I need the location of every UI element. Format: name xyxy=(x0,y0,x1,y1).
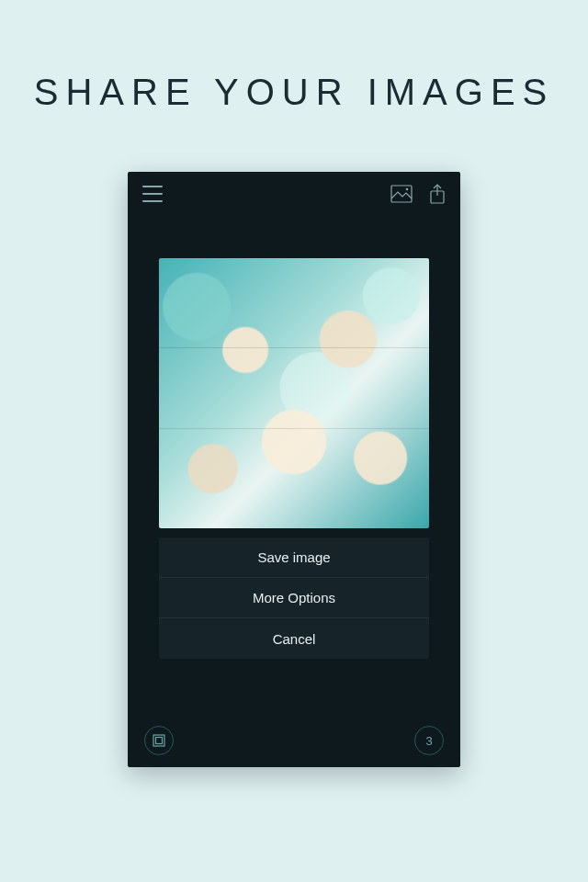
count-label: 3 xyxy=(425,734,432,748)
svg-point-1 xyxy=(406,188,409,191)
save-image-button[interactable]: Save image xyxy=(159,537,429,578)
content-area: Save image More Options Cancel xyxy=(128,216,460,714)
image-preview xyxy=(159,258,429,528)
bottom-toolbar: 3 xyxy=(128,714,460,767)
top-toolbar xyxy=(128,172,460,216)
action-sheet: Save image More Options Cancel xyxy=(159,537,429,659)
topbar-right xyxy=(390,184,446,204)
aspect-button[interactable] xyxy=(144,726,174,755)
phone-frame: Save image More Options Cancel 3 xyxy=(128,172,460,767)
svg-rect-4 xyxy=(153,735,164,746)
svg-rect-0 xyxy=(391,186,412,202)
image-icon[interactable] xyxy=(390,185,413,203)
more-options-button[interactable]: More Options xyxy=(159,578,429,618)
share-icon[interactable] xyxy=(429,184,446,204)
page-title: SHARE YOUR IMAGES xyxy=(34,72,554,113)
hamburger-icon[interactable] xyxy=(142,186,163,202)
cancel-button[interactable]: Cancel xyxy=(159,618,429,659)
count-button[interactable]: 3 xyxy=(414,726,444,755)
svg-rect-5 xyxy=(156,738,163,744)
